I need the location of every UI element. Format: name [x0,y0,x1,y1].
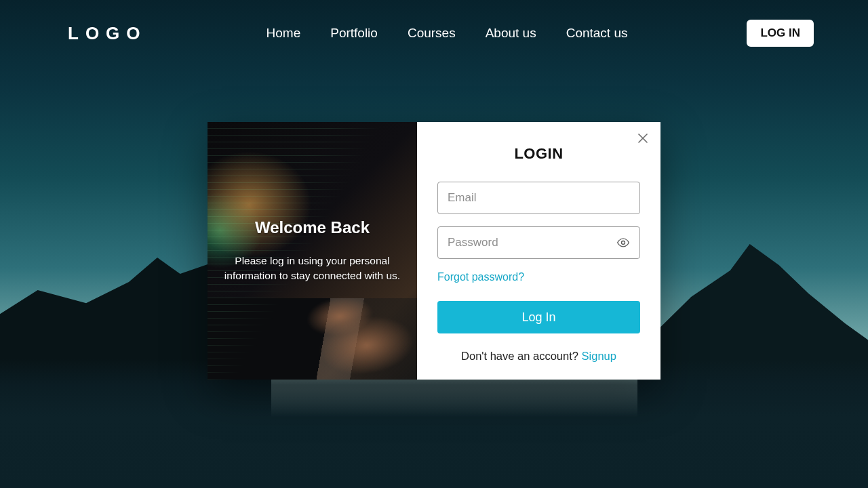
nav-portfolio[interactable]: Portfolio [330,26,378,41]
svg-point-2 [622,241,625,245]
password-field[interactable] [448,236,616,249]
site-logo: LOGO [68,23,147,44]
signup-link[interactable]: Signup [582,350,616,362]
nav-about[interactable]: About us [486,26,536,41]
nav-home[interactable]: Home [267,26,301,41]
email-field[interactable] [448,191,630,205]
forgot-password-link[interactable]: Forgot password? [437,271,524,283]
show-password-icon[interactable] [616,236,630,249]
welcome-text: Please log in using your personal inform… [220,253,405,283]
nav-contact[interactable]: Contact us [566,26,628,41]
header-login-button[interactable]: LOG IN [747,20,814,47]
login-title: LOGIN [437,145,640,163]
modal-form-panel: LOGIN Forgot password? Log In Don't have… [417,122,660,380]
login-modal: Welcome Back Please log in using your pe… [208,122,660,380]
main-nav: Home Portfolio Courses About us Contact … [147,26,747,41]
site-header: LOGO Home Portfolio Courses About us Con… [0,18,868,49]
signup-prompt: Don't have an account? [461,350,581,362]
login-submit-button[interactable]: Log In [437,301,640,333]
password-field-wrapper [437,226,640,259]
email-field-wrapper [437,182,640,214]
nav-courses[interactable]: Courses [408,26,456,41]
welcome-title: Welcome Back [255,218,370,237]
close-icon[interactable] [637,133,648,146]
signup-row: Don't have an account? Signup [437,350,640,363]
modal-hero-panel: Welcome Back Please log in using your pe… [208,122,417,380]
